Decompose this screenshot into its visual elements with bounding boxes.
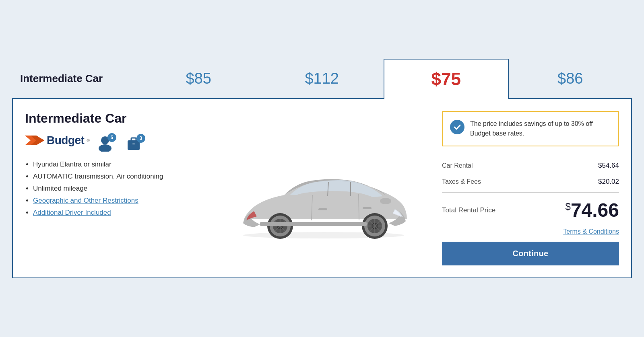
car-image-area [215,111,434,265]
budget-icon [25,134,44,147]
amenity-icons: 5 3 [98,136,141,152]
right-section: The price includes savings of up to 30% … [442,111,619,265]
restrictions-link-item: Geographic and Other Restrictions [33,197,207,205]
taxes-row: Taxes & Fees $20.02 [442,174,619,193]
car-category-label: Intermediate Car [12,59,137,98]
bag-count: 3 [126,136,141,151]
svg-rect-13 [363,207,372,209]
card-title: Intermediate Car [25,111,207,126]
bag-badge: 3 [136,134,145,143]
terms-link-container: Terms & Conditions [442,228,619,235]
main-card: Intermediate Car Budget ® [12,98,632,278]
passenger-badge: 5 [107,133,116,142]
additional-driver-link[interactable]: Additional Driver Included [33,209,111,216]
savings-box: The price includes savings of up to 30% … [442,111,619,146]
budget-logo: Budget ® [25,134,90,147]
price-option-3-selected[interactable]: $75 [384,59,509,99]
feature-3: Unlimited mileage [33,185,207,193]
total-label: Total Rental Price [442,206,495,214]
car-rental-amount: $54.64 [598,162,619,170]
left-section: Intermediate Car Budget ® [25,111,207,265]
svg-point-31 [380,198,391,204]
price-option-1[interactable]: $85 [137,59,260,98]
car-rental-row: Car Rental $54.64 [442,158,619,174]
taxes-amount: $20.02 [598,178,619,186]
svg-rect-12 [318,208,327,210]
additional-driver-link-item: Additional Driver Included [33,209,207,217]
total-row: Total Rental Price $74.66 [442,195,619,228]
budget-name: Budget [47,134,84,147]
svg-line-11 [359,194,359,220]
features-list: Hyundai Elantra or similar AUTOMATIC tra… [33,160,207,217]
brand-row: Budget ® 5 [25,134,207,153]
page-wrapper: Intermediate Car $85 $112 $75 $86 Interm… [12,59,632,278]
svg-rect-30 [260,222,367,226]
svg-rect-5 [131,138,136,141]
price-header: Intermediate Car $85 $112 $75 $86 [12,59,632,98]
feature-2: AUTOMATIC transmission, Air conditioning [33,173,207,181]
taxes-label: Taxes & Fees [442,178,481,185]
feature-1: Hyundai Elantra or similar [33,160,207,168]
check-icon [450,120,464,134]
car-rental-label: Car Rental [442,162,473,169]
svg-point-3 [99,144,111,152]
price-option-4[interactable]: $86 [509,59,632,98]
restrictions-link[interactable]: Geographic and Other Restrictions [33,197,138,204]
terms-conditions-link[interactable]: Terms & Conditions [563,228,619,235]
price-option-2[interactable]: $112 [260,59,384,98]
passenger-count: 5 [98,136,112,152]
savings-text: The price includes savings of up to 30% … [470,119,611,138]
continue-button[interactable]: Continue [442,242,619,265]
total-amount: $74.66 [566,201,619,220]
car-image [232,161,417,265]
brand-registered: ® [87,138,89,143]
svg-rect-6 [132,144,135,144]
